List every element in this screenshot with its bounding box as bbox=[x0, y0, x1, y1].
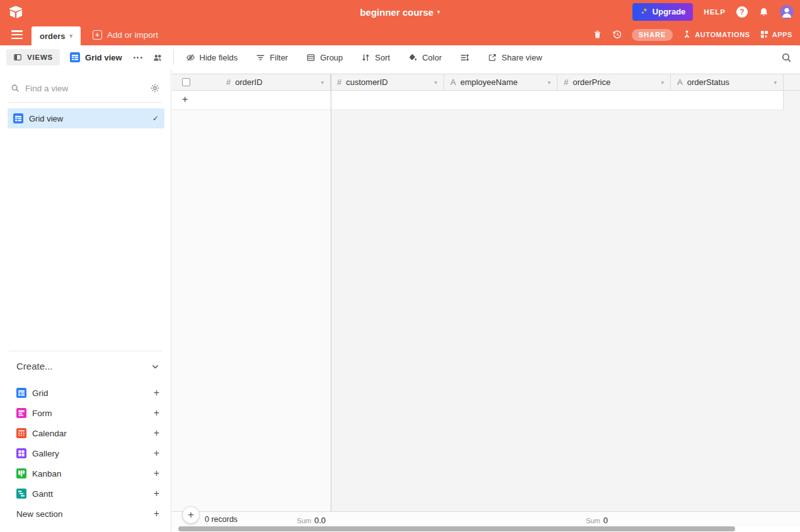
hide-fields-button[interactable]: Hide fields bbox=[180, 50, 244, 65]
hamburger-menu-icon[interactable] bbox=[11, 30, 23, 39]
share-view-icon bbox=[488, 53, 497, 62]
share-button[interactable]: SHARE bbox=[632, 29, 673, 41]
upgrade-button[interactable]: Upgrade bbox=[632, 3, 694, 21]
history-icon[interactable] bbox=[612, 30, 622, 40]
views-sidebar-toggle[interactable]: VIEWS bbox=[6, 49, 60, 65]
create-grid-item[interactable]: Grid + bbox=[16, 383, 159, 403]
view-toolbar: VIEWS Grid view Hide fields Filter bbox=[0, 45, 800, 69]
filter-button[interactable]: Filter bbox=[249, 50, 294, 65]
toolbar-divider bbox=[173, 50, 174, 65]
tab-orders[interactable]: orders ▾ bbox=[31, 26, 81, 45]
column-header-orderstatus[interactable]: A orderStatus ▾ bbox=[671, 74, 784, 90]
summary-bar: 0 records Sum0.0 Sum0 Sum0.0 bbox=[172, 511, 800, 527]
notifications-bell-icon[interactable] bbox=[758, 7, 769, 18]
column-name: orderStatus bbox=[687, 77, 729, 87]
select-all-checkbox[interactable] bbox=[182, 78, 190, 86]
create-calendar-item[interactable]: Calendar + bbox=[16, 423, 159, 443]
frozen-column-divider[interactable] bbox=[331, 74, 331, 527]
chevron-down-icon[interactable]: ▾ bbox=[544, 79, 551, 86]
base-title-label: beginner course bbox=[360, 7, 433, 18]
plus-icon[interactable]: + bbox=[154, 427, 159, 439]
add-or-import-button[interactable]: + Add or import bbox=[93, 24, 158, 45]
plus-icon: + bbox=[188, 509, 194, 521]
group-label: Group bbox=[320, 53, 343, 62]
create-label: Create... bbox=[16, 361, 53, 371]
hide-fields-label: Hide fields bbox=[200, 53, 238, 62]
user-avatar[interactable] bbox=[780, 5, 794, 19]
sidebar-view-grid-view[interactable]: Grid view ✓ bbox=[8, 108, 164, 128]
base-title[interactable]: beginner course ▾ bbox=[360, 0, 440, 24]
plus-icon[interactable]: + bbox=[154, 468, 159, 479]
create-item-label: Calendar bbox=[32, 429, 67, 438]
sort-arrows-icon bbox=[361, 53, 370, 62]
plus-icon[interactable]: + bbox=[154, 387, 159, 399]
column-header-orderprice[interactable]: # orderPrice ▾ bbox=[557, 74, 671, 90]
form-icon bbox=[16, 408, 26, 418]
sort-label: Sort bbox=[375, 53, 390, 62]
grid-view-icon bbox=[13, 113, 23, 123]
share-view-button[interactable]: Share view bbox=[481, 50, 548, 65]
chevron-down-icon[interactable]: ▾ bbox=[657, 79, 664, 86]
gear-icon[interactable] bbox=[150, 83, 160, 93]
gallery-icon bbox=[16, 448, 26, 458]
plus-icon[interactable]: + bbox=[154, 448, 159, 459]
chevron-down-icon[interactable]: ▾ bbox=[430, 79, 437, 86]
help-menu[interactable]: HELP bbox=[704, 8, 726, 16]
calendar-icon bbox=[16, 428, 26, 438]
search-icon[interactable] bbox=[781, 52, 792, 63]
sidebar-divider bbox=[9, 351, 162, 351]
plus-icon[interactable]: + bbox=[154, 407, 159, 419]
search-icon bbox=[11, 84, 20, 93]
trash-icon[interactable] bbox=[593, 30, 603, 40]
automations-button[interactable]: AUTOMATIONS bbox=[682, 30, 750, 40]
share-view-label: Share view bbox=[501, 53, 542, 62]
grid-empty-space bbox=[784, 91, 800, 110]
create-item-label: Gantt bbox=[32, 489, 53, 499]
summary-label: Sum bbox=[297, 517, 311, 524]
row-height-button[interactable] bbox=[454, 50, 476, 65]
column-header-orderid[interactable]: # orderID ▾ bbox=[172, 74, 331, 90]
eye-slash-icon bbox=[186, 53, 195, 62]
find-view-input[interactable] bbox=[25, 84, 144, 93]
grid-icon bbox=[16, 388, 26, 398]
text-field-icon: A bbox=[677, 77, 683, 87]
new-section-item[interactable]: New section + bbox=[16, 504, 159, 524]
help-circle-icon[interactable]: ? bbox=[736, 6, 748, 18]
sort-button[interactable]: Sort bbox=[355, 50, 396, 65]
add-record-button[interactable]: + bbox=[182, 506, 200, 524]
create-gallery-item[interactable]: Gallery + bbox=[16, 443, 159, 463]
column-header-customerid[interactable]: # customerID ▾ bbox=[331, 74, 444, 90]
chevron-down-icon bbox=[151, 362, 159, 370]
tabbar-actions: SHARE AUTOMATIONS APPS bbox=[593, 24, 792, 45]
apps-button[interactable]: APPS bbox=[760, 30, 792, 40]
group-button[interactable]: Group bbox=[300, 50, 349, 65]
view-more-menu-icon[interactable] bbox=[134, 57, 142, 59]
find-view-row bbox=[11, 81, 160, 96]
collaborators-icon[interactable] bbox=[152, 52, 163, 63]
automations-label: AUTOMATIONS bbox=[695, 31, 750, 38]
create-kanban-item[interactable]: Kanban + bbox=[16, 463, 159, 484]
plus-icon[interactable]: + bbox=[154, 488, 159, 499]
create-form-item[interactable]: Form + bbox=[16, 403, 159, 423]
create-item-label: Kanban bbox=[32, 469, 62, 478]
create-gantt-item[interactable]: Gantt + bbox=[16, 484, 159, 504]
create-section-header[interactable]: Create... bbox=[16, 361, 159, 371]
current-view-switcher[interactable]: Grid view bbox=[70, 52, 122, 62]
gantt-icon bbox=[16, 489, 26, 499]
add-row[interactable]: + bbox=[172, 91, 784, 110]
plus-icon[interactable]: + bbox=[154, 508, 159, 519]
chevron-down-icon[interactable]: ▾ bbox=[770, 79, 777, 86]
color-button[interactable]: Color bbox=[402, 50, 448, 65]
column-header-employeename[interactable]: A employeeName ▾ bbox=[444, 74, 557, 90]
sparkle-icon bbox=[640, 6, 649, 17]
apps-label: APPS bbox=[772, 31, 792, 38]
current-view-label: Grid view bbox=[85, 53, 122, 62]
kanban-icon bbox=[16, 468, 26, 478]
sidebar-toggle-icon bbox=[13, 53, 22, 62]
chevron-down-icon[interactable]: ▾ bbox=[317, 79, 324, 86]
horizontal-scrollbar[interactable] bbox=[178, 526, 735, 531]
apps-icon bbox=[760, 30, 770, 40]
sidebar-divider bbox=[9, 102, 162, 103]
row-height-icon bbox=[460, 53, 469, 62]
airtable-logo-icon[interactable] bbox=[8, 4, 23, 20]
